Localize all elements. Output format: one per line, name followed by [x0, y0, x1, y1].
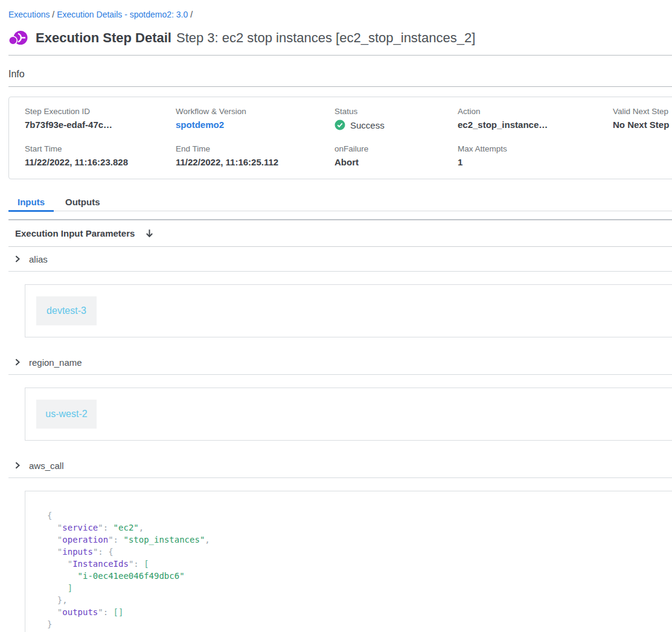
- breadcrumb-link-executions[interactable]: Executions: [8, 10, 50, 19]
- info-field-action: Actionec2_stop_instance…: [458, 107, 613, 130]
- json-code-block: { "service": "ec2", "operation": "stop_i…: [47, 509, 672, 630]
- field-label: Status: [334, 107, 458, 116]
- field-value: ec2_stop_instance…: [458, 120, 613, 130]
- field-label: End Time: [176, 144, 334, 153]
- field-value: 7b73f93e-edaf-47c…: [25, 120, 176, 130]
- parameters-list: aliasdevtest-3region_nameus-west-2aws_ca…: [8, 247, 672, 632]
- info-field-onfailure: onFailureAbort: [334, 144, 458, 167]
- info-grid: Step Execution ID7b73f93e-edaf-47c…Workf…: [25, 107, 671, 167]
- execution-input-parameters-title: Execution Input Parameters: [15, 228, 135, 238]
- param-value-chip: devtest-3: [36, 296, 97, 325]
- field-label: Workflow & Version: [176, 107, 334, 116]
- info-field-start-time: Start Time11/22/2022, 11:16:23.828: [25, 144, 176, 167]
- field-label: onFailure: [334, 144, 458, 153]
- field-value: No Next Step: [613, 120, 671, 130]
- info-heading: Info: [8, 69, 672, 87]
- info-field-valid-next-step: Valid Next StepNo Next Step: [613, 107, 671, 130]
- download-arrow-icon[interactable]: [144, 228, 155, 238]
- info-field-status: StatusSuccess: [334, 107, 458, 130]
- tabs: InputsOutputs: [8, 194, 672, 211]
- workflow-logo-icon: [8, 29, 28, 47]
- breadcrumb: Executions / Execution Details - spotdem…: [8, 0, 672, 21]
- tab-inputs[interactable]: Inputs: [8, 194, 54, 212]
- chevron-right-icon: [13, 358, 22, 366]
- status-value: Success: [334, 120, 458, 130]
- field-label: Max Attempts: [458, 144, 613, 153]
- breadcrumb-link-execution-details-spotdemo2-3-0[interactable]: Execution Details - spotdemo2: 3.0: [57, 10, 188, 19]
- field-label: Start Time: [25, 144, 176, 153]
- info-field-workflow-version: Workflow & Versionspotdemo2: [176, 107, 334, 130]
- param-value-box-region-name: us-west-2: [25, 388, 672, 441]
- field-value: 11/22/2022, 11:16:23.828: [25, 157, 176, 167]
- param-name: alias: [29, 254, 48, 264]
- param-value-box-alias: devtest-3: [25, 284, 672, 337]
- field-value: 11/22/2022, 11:16:25.112: [176, 157, 334, 167]
- field-label: Action: [458, 107, 613, 116]
- info-field-max-attempts: Max Attempts1: [458, 144, 613, 167]
- chevron-right-icon: [13, 255, 22, 263]
- param-toggle-aws-call[interactable]: aws_call: [8, 453, 672, 478]
- param-value-chip: us-west-2: [36, 400, 97, 429]
- info-card: Step Execution ID7b73f93e-edaf-47c…Workf…: [8, 97, 672, 179]
- field-value: 1: [458, 157, 613, 167]
- param-value-box-aws-call: { "service": "ec2", "operation": "stop_i…: [25, 491, 672, 632]
- tab-outputs[interactable]: Outputs: [56, 194, 109, 212]
- param-name: region_name: [29, 357, 82, 368]
- param-name: aws_call: [29, 461, 64, 471]
- field-label: Step Execution ID: [25, 107, 176, 116]
- field-value: Abort: [334, 157, 458, 167]
- page-subtitle: Step 3: ec2 stop instances [ec2_stop_ins…: [176, 30, 475, 45]
- param-toggle-alias[interactable]: alias: [8, 247, 672, 272]
- page-title: Execution Step Detail: [36, 30, 171, 45]
- field-label: Valid Next Step: [613, 107, 671, 116]
- success-check-icon: [334, 120, 345, 130]
- chevron-right-icon: [13, 461, 22, 470]
- page-header: Execution Step DetailStep 3: ec2 stop in…: [8, 29, 672, 56]
- execution-step-detail-page: Executions / Execution Details - spotdem…: [0, 0, 672, 632]
- execution-input-parameters-header: Execution Input Parameters: [8, 220, 672, 247]
- info-field-step-execution-id: Step Execution ID7b73f93e-edaf-47c…: [25, 107, 176, 130]
- param-toggle-region-name[interactable]: region_name: [8, 350, 672, 375]
- status-text: Success: [350, 120, 385, 130]
- info-field-end-time: End Time11/22/2022, 11:16:25.112: [176, 144, 334, 167]
- workflow-link[interactable]: spotdemo2: [176, 120, 334, 130]
- breadcrumb-separator: /: [50, 10, 57, 19]
- breadcrumb-separator: /: [188, 10, 193, 19]
